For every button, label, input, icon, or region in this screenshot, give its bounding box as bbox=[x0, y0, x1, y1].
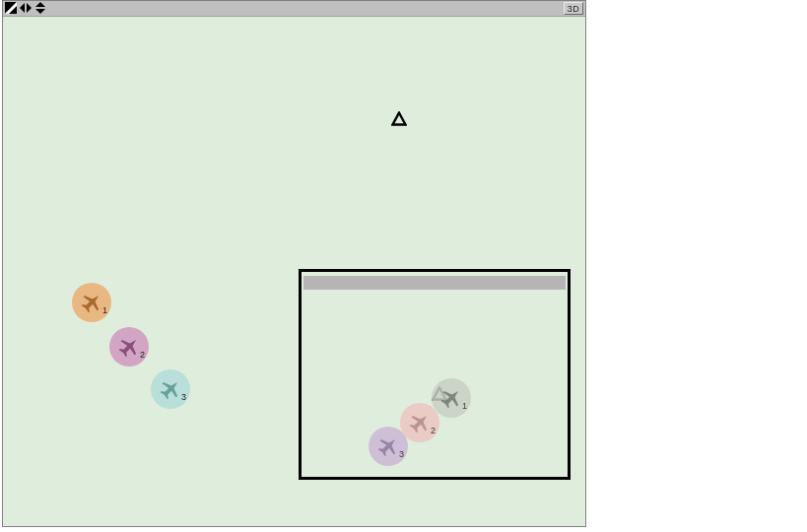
view-3d-button[interactable]: 3D bbox=[564, 2, 583, 15]
agent-1-label: 1 bbox=[462, 401, 467, 411]
arrows-vertical-icon[interactable] bbox=[34, 2, 46, 14]
svg-marker-7 bbox=[35, 9, 45, 14]
agent-2-label: 2 bbox=[140, 350, 145, 360]
inset-window[interactable]: 1 2 3 bbox=[299, 269, 571, 480]
agent-2-label: 2 bbox=[431, 426, 436, 435]
agent-2[interactable]: 2 bbox=[400, 403, 439, 442]
arrows-horizontal-icon[interactable] bbox=[20, 2, 32, 14]
agent-1-label: 1 bbox=[102, 305, 107, 315]
titlebar-icon-group bbox=[5, 2, 46, 14]
agent-2[interactable]: 2 bbox=[109, 327, 149, 366]
agent-3-label: 3 bbox=[399, 449, 404, 459]
svg-marker-4 bbox=[20, 3, 25, 13]
titlebar[interactable]: 3D bbox=[3, 1, 585, 17]
world-canvas[interactable]: 1 2 3 1 2 3 bbox=[3, 17, 585, 526]
inset-canvas[interactable]: 1 2 3 bbox=[302, 292, 568, 477]
inset-titlebar[interactable] bbox=[303, 276, 566, 290]
agent-3[interactable]: 3 bbox=[151, 369, 190, 409]
grid-toggle-icon[interactable] bbox=[5, 2, 17, 14]
waypoint-marker bbox=[391, 111, 407, 127]
agent-3-label: 3 bbox=[181, 392, 186, 402]
svg-marker-8 bbox=[393, 113, 406, 125]
agent-3[interactable]: 3 bbox=[369, 427, 408, 466]
agent-1[interactable]: 1 bbox=[72, 283, 111, 322]
svg-marker-5 bbox=[27, 3, 32, 13]
agent-1[interactable]: 1 bbox=[432, 378, 471, 418]
svg-marker-6 bbox=[35, 2, 45, 7]
main-window: 3D 1 2 3 1 2 3 bbox=[2, 0, 586, 527]
